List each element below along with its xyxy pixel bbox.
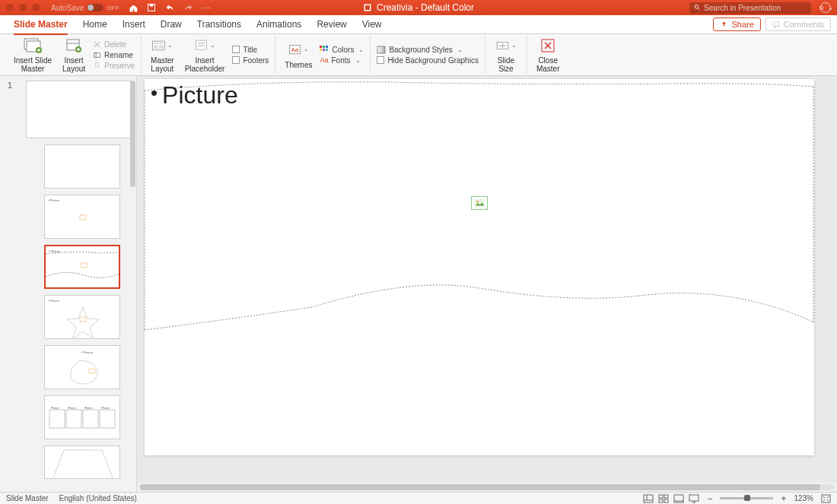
svg-rect-20	[198, 43, 205, 44]
zoom-out-button[interactable]: −	[707, 493, 712, 504]
horizontal-scrollbar[interactable]	[137, 483, 837, 492]
insert-slide-master-button[interactable]: Insert Slide Master	[11, 35, 55, 74]
thumbnail-layout-1[interactable]	[44, 144, 120, 189]
group-edit-master: Insert Slide Master Insert Layout Delete…	[5, 36, 142, 74]
tab-insert[interactable]: Insert	[115, 15, 153, 34]
svg-text:•Picture: •Picture	[101, 407, 110, 410]
svg-rect-3	[365, 5, 370, 10]
status-view-mode[interactable]: Slide Master	[6, 494, 49, 502]
svg-rect-34	[80, 215, 86, 220]
thumbnail-layout-5[interactable]: • Picture	[44, 345, 120, 389]
maximize-window-button[interactable]	[32, 4, 40, 11]
sorter-view-button[interactable]	[658, 494, 669, 503]
svg-rect-28	[323, 49, 325, 51]
tab-view[interactable]: View	[355, 15, 390, 34]
home-icon[interactable]	[128, 2, 138, 13]
thumbnail-panel[interactable]: 1 • Picture • Picture • Picture • Pictur…	[0, 76, 137, 492]
picture-placeholder-icon[interactable]	[471, 196, 488, 210]
preserve-button: Preserve	[93, 62, 135, 70]
undo-icon[interactable]	[164, 2, 175, 13]
svg-point-4	[695, 5, 699, 9]
close-window-button[interactable]	[6, 4, 14, 11]
background-styles-dropdown[interactable]: Background Styles⌄	[377, 46, 479, 54]
reading-view-button[interactable]	[673, 494, 684, 503]
insert-placeholder-button[interactable]: ⌄ Insert Placeholder	[182, 35, 228, 74]
tab-draw[interactable]: Draw	[153, 15, 189, 34]
svg-rect-42	[66, 410, 81, 428]
minimize-window-button[interactable]	[19, 4, 27, 11]
zoom-level[interactable]: 123%	[794, 494, 813, 502]
svg-rect-13	[94, 52, 100, 57]
svg-point-52	[476, 201, 479, 203]
svg-rect-58	[659, 499, 663, 502]
slide-size-button[interactable]: ⌄ Slide Size	[492, 35, 520, 74]
document-title: Creativia - Default Color	[377, 2, 474, 13]
tab-animations[interactable]: Animations	[249, 15, 309, 34]
footers-checkbox[interactable]: Footers	[232, 56, 269, 65]
tab-slide-master[interactable]: Slide Master	[6, 15, 75, 34]
insert-layout-button[interactable]: Insert Layout	[59, 35, 88, 74]
svg-text:• Picture: • Picture	[48, 198, 60, 202]
svg-rect-56	[659, 495, 663, 498]
fonts-dropdown[interactable]: AaFonts⌄	[320, 56, 364, 65]
canvas-area[interactable]: Picture	[137, 76, 837, 483]
tab-transitions[interactable]: Transitions	[189, 15, 249, 34]
svg-rect-26	[326, 46, 328, 48]
colors-dropdown[interactable]: Colors⌄	[320, 46, 364, 54]
share-icon	[720, 21, 728, 29]
autosave-toggle[interactable]	[87, 4, 103, 11]
slideshow-view-button[interactable]	[689, 494, 699, 503]
thumbnail-layout-6[interactable]: •Picture•Picture•Picture•Picture	[44, 395, 120, 439]
title-checkbox[interactable]: Title	[232, 46, 269, 54]
svg-rect-43	[83, 410, 98, 428]
zoom-slider[interactable]	[720, 497, 773, 499]
svg-rect-44	[100, 410, 115, 428]
svg-rect-6	[773, 22, 779, 27]
search-input[interactable]	[704, 4, 807, 12]
window-controls	[6, 4, 40, 11]
thumbnail-layout-2[interactable]: • Picture	[44, 195, 120, 239]
svg-rect-24	[320, 46, 322, 48]
redo-icon[interactable]	[183, 2, 193, 13]
hide-bg-checkbox[interactable]: Hide Background Graphics	[377, 56, 479, 65]
search-box[interactable]	[689, 2, 811, 14]
svg-text:• Picture: • Picture	[81, 350, 94, 354]
presentation-icon	[363, 3, 372, 12]
slide-canvas[interactable]: Picture	[145, 79, 814, 455]
svg-rect-21	[198, 45, 205, 46]
master-layout-button[interactable]: ⌄ Master Layout	[148, 35, 177, 74]
svg-rect-17	[154, 45, 158, 49]
svg-rect-53	[644, 495, 653, 502]
svg-rect-30	[377, 46, 385, 53]
thumbnail-master[interactable]	[26, 81, 131, 138]
svg-rect-27	[320, 49, 322, 51]
share-button[interactable]: Share	[713, 17, 760, 31]
themes-button[interactable]: Aa⌄ Themes	[282, 40, 315, 71]
view-buttons	[643, 494, 699, 503]
zoom-in-button[interactable]: +	[781, 493, 786, 504]
svg-rect-62	[689, 495, 699, 501]
fit-to-window-button[interactable]	[821, 494, 831, 503]
qat-overflow-icon[interactable]: ⋯	[201, 2, 212, 13]
thumbnail-layout-4[interactable]: • Picture	[44, 295, 120, 339]
group-background: Background Styles⌄ Hide Background Graph…	[371, 36, 485, 74]
group-master-layout: ⌄ Master Layout ⌄ Insert Placeholder Tit…	[142, 36, 275, 74]
status-language[interactable]: English (United States)	[59, 494, 137, 502]
svg-text:Aa: Aa	[291, 46, 299, 52]
thumbnail-layout-7[interactable]	[44, 445, 120, 479]
user-account-button[interactable]: ☺⌄	[820, 2, 831, 13]
thumbnail-scrollbar[interactable]	[130, 79, 135, 467]
normal-view-button[interactable]	[643, 494, 654, 503]
thumbnail-layout-3-selected[interactable]: • Picture	[44, 245, 120, 289]
tab-review[interactable]: Review	[309, 15, 354, 34]
rename-button[interactable]: Rename	[93, 51, 135, 59]
svg-rect-41	[49, 410, 65, 428]
close-master-button[interactable]: Close Master	[533, 35, 563, 74]
title-placeholder[interactable]: Picture	[151, 81, 238, 109]
delete-button: Delete	[93, 40, 135, 49]
tab-home[interactable]: Home	[75, 15, 115, 34]
save-icon[interactable]	[146, 2, 157, 13]
svg-text:• Picture: • Picture	[48, 299, 60, 303]
autosave-toggle-group[interactable]: AutoSave OFF	[51, 4, 119, 12]
comments-button[interactable]: Comments	[765, 17, 831, 31]
